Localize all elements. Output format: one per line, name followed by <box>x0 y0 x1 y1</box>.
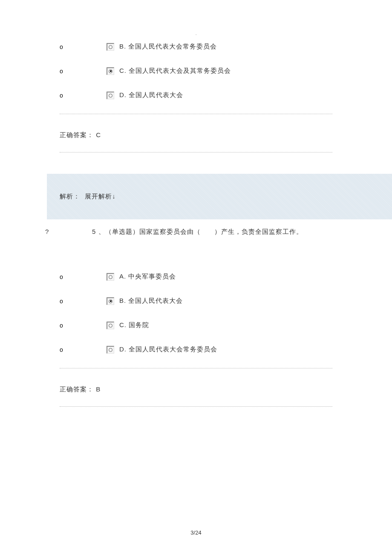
q5-option-c: o C. 国务院 <box>60 321 332 329</box>
q4-option-d: o D. 全国人民代表大会 <box>60 91 332 99</box>
list-bullet: o <box>60 68 107 75</box>
list-bullet: o <box>60 92 107 99</box>
option-text: D. 全国人民代表大会常务委员会 <box>119 345 217 354</box>
page-top-dot: . <box>196 32 196 36</box>
question-marker: ? <box>45 228 92 236</box>
radio-circle-icon <box>109 324 112 328</box>
list-bullet: o <box>60 273 107 280</box>
divider <box>60 114 332 114</box>
q4-answer: 正确答案： C <box>60 131 332 139</box>
radio-selected-dot-icon <box>110 300 112 302</box>
answer-value: C <box>96 131 101 138</box>
radio-circle-icon <box>109 348 112 352</box>
option-text: C. 全国人民代表大会及其常务委员会 <box>119 67 231 75</box>
q5-answer: 正确答案： B <box>60 385 332 394</box>
radio-circle-icon <box>109 299 112 303</box>
radio-button-c[interactable] <box>107 67 114 75</box>
expand-explain-link[interactable]: 展开解析↓ <box>85 193 116 200</box>
q4-option-c: o C. 全国人民代表大会及其常务委员会 <box>60 67 332 75</box>
list-bullet: o <box>60 298 107 305</box>
radio-button-a[interactable] <box>107 273 114 281</box>
radio-button-c[interactable] <box>107 322 114 329</box>
radio-button-b[interactable] <box>107 43 114 51</box>
radio-selected-dot-icon <box>110 70 112 72</box>
list-bullet: o <box>60 346 107 353</box>
q5-option-d: o D. 全国人民代表大会常务委员会 <box>60 345 332 354</box>
radio-circle-icon <box>109 275 112 279</box>
answer-value: B <box>96 385 101 393</box>
q5-option-a: o A. 中央军事委员会 <box>60 273 332 281</box>
option-text: A. 中央军事委员会 <box>119 273 176 281</box>
list-bullet: o <box>60 322 107 329</box>
option-text: B. 全国人民代表大会常务委员会 <box>119 43 217 51</box>
explain-label: 解析： <box>60 193 80 200</box>
option-text: B. 全国人民代表大会 <box>119 297 183 305</box>
radio-button-d[interactable] <box>107 92 114 99</box>
q5-option-b: o B. 全国人民代表大会 <box>60 297 332 305</box>
radio-circle-icon <box>109 69 112 73</box>
radio-circle-icon <box>109 45 112 49</box>
radio-button-d[interactable] <box>107 346 114 354</box>
explanation-panel: 解析： 展开解析↓ <box>47 174 392 219</box>
list-bullet: o <box>60 43 107 50</box>
radio-circle-icon <box>109 94 112 98</box>
option-text: D. 全国人民代表大会 <box>119 91 183 99</box>
option-text: C. 国务院 <box>119 321 149 329</box>
answer-label: 正确答案： <box>60 385 94 393</box>
question-stem: 5 、（单选题）国家监察委员会由（ ）产生，负责全国监察工作。 <box>92 228 303 236</box>
radio-button-b[interactable] <box>107 297 114 305</box>
answer-label: 正确答案： <box>60 131 94 138</box>
q5-question: ? 5 、（单选题）国家监察委员会由（ ）产生，负责全国监察工作。 <box>45 228 332 236</box>
page-number: 3/24 <box>190 529 201 536</box>
divider <box>60 368 332 368</box>
q4-option-b: o B. 全国人民代表大会常务委员会 <box>60 43 332 51</box>
divider <box>60 406 332 407</box>
